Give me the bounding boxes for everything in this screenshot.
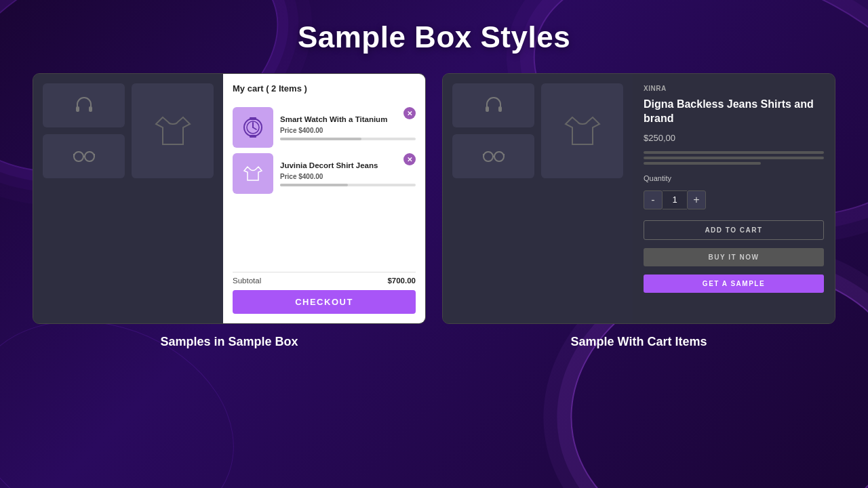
subtotal-value: $700.00 (387, 277, 416, 285)
price-value-2: $400.00 (298, 173, 323, 180)
cart-item-2-image (233, 153, 273, 194)
left-demo-box: My cart ( 2 Items ) (33, 73, 426, 324)
price-label-2: Price (280, 173, 296, 180)
cart-item-2-price: Price $400.00 (280, 173, 416, 180)
checkout-button[interactable]: CHECKOUT (233, 290, 416, 314)
cart-item-2-name: Juvinia Decort Shirt Jeans (280, 161, 416, 171)
cart-item-1-bar-fill (280, 138, 361, 140)
cart-subtotal: Subtotal $700.00 (233, 277, 416, 285)
right-sidebar-thumb-glasses[interactable] (452, 134, 534, 178)
left-demo-label: Samples in Sample Box (160, 335, 298, 349)
sidebar-thumb-headphones[interactable] (43, 83, 125, 127)
cart-item-2-bar-fill (280, 184, 348, 186)
right-sidebar (443, 74, 633, 323)
sidebar-thumb-shirt-large[interactable] (132, 83, 214, 178)
svg-point-16 (494, 152, 504, 161)
svg-rect-11 (250, 117, 256, 120)
price-label-1: Price (280, 127, 296, 134)
cart-item-1-info: Smart Watch With a Titanium Price $400.0… (280, 115, 416, 140)
right-demo-label: Sample With Cart Items (571, 335, 707, 349)
shirt-small-icon (241, 161, 265, 186)
desc-bar-1 (644, 151, 824, 154)
price-value-1: $400.00 (298, 127, 323, 134)
sidebar-thumb-glasses[interactable] (43, 134, 125, 178)
cart-item-1-image (233, 107, 273, 148)
product-name: Digna Backless Jeans Shirts and brand (644, 98, 824, 126)
svg-rect-1 (89, 106, 92, 112)
right-sidebar-grid (452, 83, 623, 178)
svg-rect-14 (498, 106, 502, 112)
svg-point-2 (74, 152, 83, 161)
shirt-large-icon (149, 107, 197, 155)
svg-point-3 (85, 152, 94, 161)
cart-item-1: Smart Watch With a Titanium Price $400.0… (233, 107, 416, 148)
product-price: $250,00 (644, 133, 824, 143)
cart-item-1-price: Price $400.00 (280, 127, 416, 134)
cart-item-2-info: Juvinia Decort Shirt Jeans Price $400.00 (280, 161, 416, 186)
brand-label: XINRA (644, 85, 824, 92)
subtotal-label: Subtotal (233, 277, 261, 285)
add-to-cart-button[interactable]: ADD TO CART (644, 220, 824, 240)
get-sample-button[interactable]: GET A SAMPLE (644, 274, 824, 293)
cart-divider (233, 272, 416, 272)
cart-item-2-bar (280, 184, 416, 186)
cart-title: My cart ( 2 Items ) (233, 83, 416, 99)
desc-bar-2 (644, 157, 824, 159)
qty-value-display: 1 (663, 190, 687, 209)
quantity-label: Quantity (644, 174, 824, 182)
desc-bar-3 (644, 162, 761, 165)
qty-plus-button[interactable]: + (687, 190, 706, 209)
svg-point-15 (484, 152, 493, 161)
product-desc-bars (644, 151, 824, 165)
buy-now-button[interactable]: BUY IT NOW (644, 248, 824, 266)
left-sidebar (33, 74, 223, 323)
headphones-icon (73, 95, 95, 117)
right-shirt-icon (559, 107, 606, 155)
svg-rect-13 (486, 106, 489, 112)
svg-rect-12 (250, 135, 256, 138)
page-title: Sample Box Styles (298, 20, 570, 54)
cart-item-1-name: Smart Watch With a Titanium (280, 115, 416, 125)
glasses-icon (73, 150, 96, 163)
right-headphones-icon (483, 95, 505, 117)
qty-minus-button[interactable]: - (644, 190, 663, 209)
cart-panel: My cart ( 2 Items ) (223, 74, 425, 323)
cart-item-1-bar (280, 138, 416, 140)
right-glasses-icon (482, 150, 505, 163)
watch-icon (241, 115, 265, 140)
right-sidebar-thumb-shirt[interactable] (541, 83, 623, 178)
quantity-control: - 1 + (644, 190, 824, 209)
svg-line-10 (253, 127, 256, 129)
svg-rect-0 (76, 106, 79, 112)
product-detail-panel: XINRA Digna Backless Jeans Shirts and br… (633, 74, 835, 323)
right-demo-wrapper: XINRA Digna Backless Jeans Shirts and br… (442, 73, 835, 349)
right-sidebar-thumb-headphones[interactable] (452, 83, 534, 127)
right-demo-box: XINRA Digna Backless Jeans Shirts and br… (442, 73, 835, 324)
cart-items-list: Smart Watch With a Titanium Price $400.0… (233, 107, 416, 266)
cart-item-2: Juvinia Decort Shirt Jeans Price $400.00… (233, 153, 416, 194)
left-demo-wrapper: My cart ( 2 Items ) (33, 73, 426, 349)
remove-item-1-button[interactable]: ✕ (403, 107, 416, 119)
left-sidebar-grid (43, 83, 214, 178)
remove-item-2-button[interactable]: ✕ (403, 153, 416, 165)
